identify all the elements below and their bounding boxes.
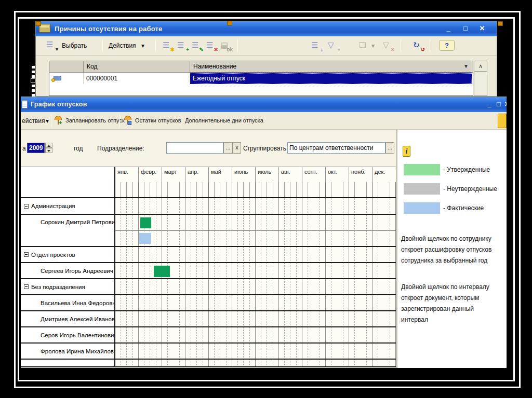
- collapse-box-icon[interactable]: [24, 284, 29, 289]
- collapse-box-icon[interactable]: [24, 204, 29, 209]
- add-plus-icon: +: [186, 47, 189, 52]
- new-item-button[interactable]: ☰✱: [162, 39, 174, 52]
- item-dot-icon: [51, 78, 55, 82]
- actions-button[interactable]: Действия: [109, 42, 136, 49]
- vacation-remainders-button[interactable]: Остатки отпусков: [135, 117, 181, 123]
- actions-dropdown-icon[interactable]: ▾: [46, 117, 49, 125]
- legend-swatch-approved: [404, 164, 440, 175]
- month-header-cell: сент.: [302, 167, 326, 183]
- spin-up-icon[interactable]: [45, 143, 52, 148]
- group-label: Администрация: [31, 203, 75, 209]
- toolbar-separator: [155, 39, 156, 52]
- gantt-grid-row: [115, 327, 396, 344]
- window-title: График отпусков: [31, 101, 87, 108]
- gantt-grid-row: [115, 247, 396, 263]
- copy-button[interactable]: ❏: [358, 39, 370, 52]
- gantt-corner-block: [21, 167, 115, 198]
- filter-settings-button[interactable]: ▽▫: [327, 39, 339, 52]
- month-header-cell: июль: [256, 167, 279, 183]
- toolbar-separator: [430, 39, 430, 52]
- group-by-input[interactable]: [287, 142, 385, 154]
- plan-vacation-button[interactable]: Запланировать отпуск: [65, 117, 125, 123]
- table-row[interactable]: 000000001 Ежегодный отпуск: [49, 73, 473, 84]
- vacation-bar-actual[interactable]: [139, 233, 151, 244]
- gantt-employee-row[interactable]: Серов Игорь Валентинович: [21, 327, 115, 344]
- month-header-cell: апр.: [185, 167, 209, 183]
- gantt-employee-row[interactable]: Дмитриев Алексей Иванович: [21, 311, 115, 327]
- maximize-button[interactable]: □: [461, 24, 470, 33]
- department-clear-button[interactable]: x: [233, 142, 241, 154]
- month-header-cell: окт.: [326, 167, 349, 183]
- vertical-scrollbar[interactable]: ∧: [474, 61, 487, 96]
- clear-filter-cross-icon: ✕: [391, 47, 395, 52]
- minimize-button[interactable]: _: [444, 24, 453, 33]
- gantt-grid-row: [115, 215, 396, 231]
- month-header-cell: февр.: [139, 167, 162, 183]
- gantt-group-row[interactable]: Администрация: [21, 198, 115, 215]
- close-button[interactable]: ✕: [477, 24, 487, 33]
- group-by-label: Сгруппировать: [243, 145, 286, 152]
- gantt-employee-row[interactable]: Васильева Инна Федоровна: [21, 295, 115, 311]
- select-button[interactable]: Выбрать: [62, 42, 87, 49]
- actions-button[interactable]: ействия: [22, 117, 45, 125]
- select-icon[interactable]: ☰▾: [45, 39, 58, 51]
- code-column-header[interactable]: Код: [84, 61, 190, 72]
- edit-item-button[interactable]: ☰✎: [191, 39, 203, 52]
- sort-button[interactable]: ☰↓: [310, 39, 323, 52]
- help-text-interval: Двойной щелчок по интервалу откроет доку…: [401, 282, 502, 325]
- document-icon: [22, 100, 28, 108]
- info-icon: i: [403, 146, 410, 157]
- group-by-browse-button[interactable]: ...: [385, 142, 394, 154]
- gantt-grid-row: [115, 311, 396, 327]
- toolbar: ействия ▾ + Запланировать отпуск Остатки…: [21, 112, 507, 130]
- legend-label-actual: - Фактические: [443, 204, 484, 212]
- selection-handle-middle-left: [31, 78, 35, 83]
- name-column-header[interactable]: Наименование: [190, 61, 473, 72]
- close-button[interactable]: ✕: [502, 100, 507, 109]
- extra-vacation-days-button[interactable]: Дополнительные дни отпуска: [185, 117, 263, 123]
- year-spinner-buttons[interactable]: [45, 143, 52, 153]
- reference-table: Код Наименование ▼ 000000001 Ежегодный о…: [49, 61, 473, 96]
- employee-label: Васильева Инна Федоровна: [41, 300, 115, 306]
- year-label: год: [74, 145, 83, 152]
- toolbar-separator: [237, 39, 238, 52]
- legend-swatch-unapproved: [404, 183, 440, 195]
- gantt-employee-row[interactable]: Сергеев Игорь Андреевич: [21, 263, 115, 279]
- month-header-cell: дек.: [373, 167, 396, 183]
- year-spinner-field[interactable]: [27, 143, 45, 153]
- toolbar: ☰▾ Выбрать Действия ▾ ☰✱ ☰+ ☰✎ ☰✕ ▤ok ☰↓…: [36, 36, 497, 56]
- month-header-cell: янв.: [115, 167, 139, 183]
- actions-dropdown-icon[interactable]: ▾: [141, 42, 144, 49]
- copy-dropdown-icon[interactable]: ▾: [371, 42, 375, 49]
- vacation-bar-approved[interactable]: [140, 217, 151, 228]
- column-menu-button[interactable]: ▼: [463, 63, 469, 69]
- add-item-button[interactable]: ☰+: [176, 39, 189, 52]
- gantt-weeks-subheader: [115, 182, 396, 198]
- month-header-cell: авг.: [279, 167, 302, 183]
- collapse-box-icon[interactable]: [24, 252, 29, 257]
- vacation-bar-approved[interactable]: [154, 266, 170, 277]
- gantt-group-row[interactable]: Отдел проектов: [21, 247, 115, 263]
- gantt-employee-row[interactable]: Сорокин Дмитрий Петрович: [21, 215, 115, 247]
- toolbar-separator: [119, 115, 120, 127]
- help-button[interactable]: ?: [439, 40, 455, 51]
- selection-handle-top-left: [36, 21, 41, 26]
- row-marker-cell: [49, 73, 84, 84]
- legend-panel: i - Утвержденные - Неутвержденные - Факт…: [397, 130, 507, 368]
- umbrella-remainders-icon: [124, 114, 133, 127]
- department-browse-button[interactable]: ...: [223, 142, 233, 154]
- clear-filter-button[interactable]: ▽✕: [382, 39, 394, 52]
- minimize-button[interactable]: _: [485, 100, 494, 109]
- gantt-group-row[interactable]: Без подразделения: [21, 279, 115, 295]
- scroll-up-button[interactable]: ∧: [474, 61, 487, 72]
- refresh-button[interactable]: ↻↺: [412, 39, 424, 52]
- gantt-grid-row: [115, 295, 396, 311]
- spin-down-icon[interactable]: [45, 148, 52, 153]
- panel-pin-button[interactable]: [498, 114, 507, 128]
- help-text-employee: Двойной щелчок по сотруднику откроет рас…: [401, 234, 502, 266]
- delete-item-button[interactable]: ☰✕: [205, 39, 218, 52]
- save-ok-button[interactable]: ▤ok: [220, 39, 232, 52]
- department-input[interactable]: [166, 142, 223, 154]
- gantt-employee-row[interactable]: Фролова Ирина Михайловна: [21, 344, 115, 360]
- table-header: Код Наименование ▼: [49, 61, 473, 73]
